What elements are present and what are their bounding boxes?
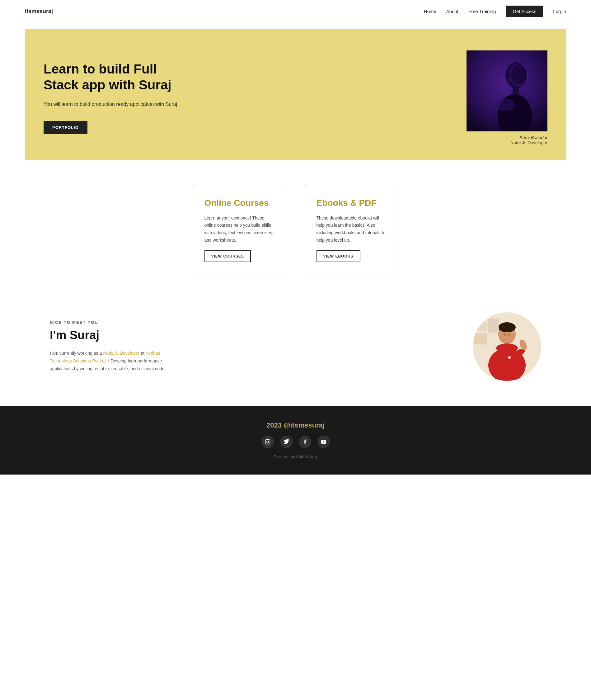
footer-year: 2023 <box>266 421 282 429</box>
nav-link-free-training[interactable]: Free Training <box>468 9 496 14</box>
svg-rect-2 <box>513 87 519 95</box>
nav-links: Home About Free Training Get Access Log … <box>424 6 566 17</box>
svg-rect-20 <box>265 440 270 444</box>
footer: 2023 @itsmesuraj Powered by Subsify <box>0 406 591 475</box>
about-text-block: NICE TO MEET YOU I'm Suraj I am currentl… <box>50 320 181 373</box>
hero-image-block: Suraj Bahadur Node Js Developer <box>466 50 547 145</box>
footer-brand-name: @itsmesuraj <box>283 421 325 429</box>
portfolio-button[interactable]: PORTFOLIO <box>44 121 87 134</box>
nav-link-about[interactable]: About <box>446 9 458 14</box>
about-title: I'm Suraj <box>50 329 181 342</box>
footer-powered: Powered by SubsifyNow <box>25 454 566 459</box>
svg-point-12 <box>504 333 506 336</box>
svg-point-8 <box>498 322 516 332</box>
cards-section: Online Courses Learn at your own pace! T… <box>0 166 591 294</box>
twitter-icon[interactable] <box>280 435 292 448</box>
view-courses-button[interactable]: VIEW COURSES <box>204 250 251 262</box>
svg-rect-19 <box>474 334 487 344</box>
instagram-icon[interactable] <box>261 435 274 448</box>
online-courses-title: Online Courses <box>204 198 275 208</box>
hero-author-role: Node Js Developer <box>510 140 547 145</box>
svg-point-16 <box>508 356 511 359</box>
online-courses-card: Online Courses Learn at your own pace! T… <box>193 185 286 275</box>
hero-author-name: Suraj Bahadur <box>510 135 547 140</box>
about-image <box>473 312 541 381</box>
about-section: NICE TO MEET YOU I'm Suraj I am currentl… <box>0 294 591 400</box>
hero-section: Learn to build Full Stack app with Suraj… <box>25 29 566 160</box>
ebooks-text: These downloadable ebooks will help you … <box>317 215 387 244</box>
navbar: itsmesuraj Home About Free Training Get … <box>0 0 591 23</box>
svg-rect-18 <box>488 318 499 333</box>
online-courses-text: Learn at your own pace! These online cou… <box>204 215 275 244</box>
about-description: I am currently working as a NodeJS Devel… <box>50 349 181 373</box>
svg-point-4 <box>496 99 515 111</box>
hero-caption: Suraj Bahadur Node Js Developer <box>510 135 547 145</box>
get-access-button[interactable]: Get Access <box>506 6 543 17</box>
view-ebooks-button[interactable]: VIEW EBOOKS <box>317 250 360 262</box>
hero-subtitle: You will learn to build production ready… <box>44 100 193 108</box>
facebook-icon[interactable] <box>299 435 311 448</box>
ebooks-title: Ebooks & PDF <box>317 198 387 208</box>
nav-link-home[interactable]: Home <box>424 9 436 14</box>
nodejs-link[interactable]: NodeJS Developer <box>103 351 140 356</box>
footer-brand: 2023 @itsmesuraj <box>25 421 566 429</box>
svg-point-11 <box>496 343 518 353</box>
svg-point-13 <box>508 333 510 336</box>
youtube-icon[interactable] <box>317 435 330 448</box>
ebooks-card: Ebooks & PDF These downloadable ebooks w… <box>305 185 398 275</box>
footer-social <box>25 435 566 448</box>
svg-point-22 <box>269 440 269 441</box>
svg-rect-17 <box>474 322 487 331</box>
about-label: NICE TO MEET YOU <box>50 320 181 325</box>
hero-text-block: Learn to build Full Stack app with Suraj… <box>44 61 193 134</box>
svg-point-21 <box>267 441 269 443</box>
nav-logo[interactable]: itsmesuraj <box>25 8 53 15</box>
hero-image <box>466 50 547 131</box>
login-button[interactable]: Log In <box>553 9 566 14</box>
hero-title: Learn to build Full Stack app with Suraj <box>44 61 193 93</box>
